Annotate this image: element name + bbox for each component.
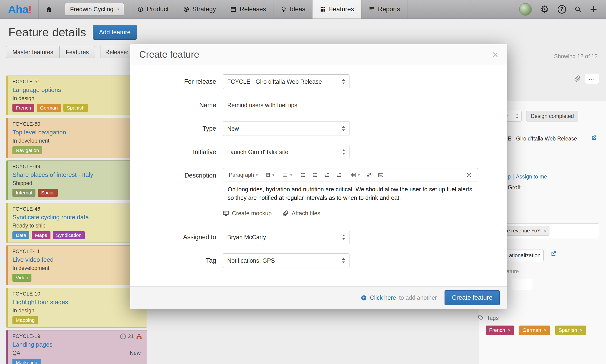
small-input[interactable] — [512, 279, 532, 290]
tag-pill[interactable]: Data — [13, 231, 29, 239]
nav-item-strategy[interactable]: Strategy — [176, 0, 223, 19]
outdent-button[interactable] — [321, 170, 333, 179]
type-select[interactable]: New — [223, 121, 350, 136]
table-icon — [350, 172, 356, 178]
paragraph-style-dropdown[interactable]: Paragraph ▾ — [226, 170, 261, 179]
nav-item-releases[interactable]: Releases — [223, 0, 273, 19]
tag-pill[interactable]: Marketing — [13, 359, 40, 364]
more-actions-button[interactable]: ... — [585, 74, 599, 84]
feature-card[interactable]: FCYCLE-46Syndicate cycling route dataRea… — [6, 203, 147, 243]
tag-pill[interactable]: German — [37, 104, 61, 112]
card-title-link[interactable]: Syndicate cycling route data — [13, 214, 89, 221]
name-input[interactable] — [223, 98, 478, 112]
nav-item-features[interactable]: Features — [312, 0, 362, 19]
close-icon[interactable]: × — [492, 50, 498, 60]
remove-tag-icon[interactable]: × — [580, 327, 583, 333]
tag-pill[interactable]: Video — [13, 274, 31, 282]
remove-goal-icon[interactable]: × — [543, 228, 546, 234]
feature-card[interactable]: FCYCLE-49Share places of interest - Ital… — [6, 160, 147, 200]
link-button[interactable] — [363, 170, 375, 179]
type-value: New — [227, 125, 239, 132]
feature-card[interactable]: FCYCLE-19i21Landing pagesQANewMarketing — [6, 330, 147, 364]
nav-label: Reports — [378, 6, 400, 13]
user-avatar[interactable] — [519, 3, 532, 16]
goal-token[interactable]: e revenue YoY × — [504, 226, 550, 236]
nav-item-reports[interactable]: Reports — [361, 0, 407, 19]
bold-button[interactable]: B ▾ — [263, 170, 277, 179]
add-feature-button[interactable]: Add feature — [93, 25, 137, 40]
tag-pill[interactable]: Spanish — [63, 104, 88, 112]
settings-button[interactable]: ⚙ — [540, 4, 549, 14]
for-release-label: For release — [130, 74, 223, 89]
initiative-value: Launch Giro d'Italia site — [227, 149, 288, 156]
description-label: Description — [130, 168, 223, 217]
design-completed-badge[interactable]: Design completed — [526, 111, 578, 121]
tag-pill[interactable]: Internal — [13, 189, 35, 197]
card-title-link[interactable]: Landing pages — [13, 341, 53, 348]
card-title-link[interactable]: Top level navigation — [13, 129, 66, 136]
table-dropdown[interactable]: ▾ — [347, 170, 363, 179]
card-tags: InternalSocial — [13, 189, 142, 197]
assign-link-partial[interactable]: p — [508, 174, 511, 180]
nav-item-product[interactable]: Product — [130, 0, 175, 19]
home-button[interactable] — [39, 0, 59, 19]
tab-features[interactable]: Features — [60, 46, 95, 58]
feature-card[interactable]: FCYCLE-50Top level navigationIn developm… — [6, 118, 147, 158]
tag-pill[interactable]: Syndication — [53, 231, 85, 239]
side-tag-pill[interactable]: French× — [486, 325, 514, 335]
remove-tag-icon[interactable]: × — [544, 327, 547, 333]
goal-input[interactable]: e revenue YoY × — [497, 223, 599, 238]
assign-to-me-link[interactable]: Assign to me — [516, 174, 547, 180]
side-tag-pill[interactable]: German× — [519, 325, 550, 335]
release-link-partial[interactable]: E - Giro d'Italia Web Release — [508, 136, 577, 142]
feature-card[interactable]: FCYCLE-10Highlight tour stagesIn designM… — [6, 288, 147, 328]
create-feature-button[interactable]: Create feature — [444, 290, 500, 305]
tag-pill[interactable]: Mapping — [13, 316, 38, 324]
add-another-text: to add another — [399, 294, 437, 301]
workspace-selector[interactable]: Fredwin Cycling ▾ — [65, 3, 124, 16]
description-textarea[interactable]: On long rides, hydration and nutrition a… — [223, 182, 478, 206]
tag-pill[interactable]: Maps — [32, 231, 50, 239]
fullscreen-button[interactable] — [463, 170, 475, 179]
card-title-link[interactable]: Language options — [13, 86, 61, 94]
assigned-to-select[interactable]: Bryan McCarty — [223, 230, 350, 244]
card-title-link[interactable]: Highlight tour stages — [13, 299, 68, 306]
attach-files-button[interactable]: Attach files — [283, 210, 320, 217]
initiative-select[interactable]: Launch Giro d'Italia site — [223, 145, 350, 159]
quick-add-button[interactable]: + — [590, 4, 597, 15]
help-button[interactable]: ? — [558, 5, 566, 13]
side-tag-pill[interactable]: Spanish× — [555, 325, 586, 335]
tag-pill[interactable]: French — [13, 104, 34, 112]
ordered-list-button[interactable] — [309, 170, 321, 179]
feature-card[interactable]: FCYCLE-51Language optionsIn designFrench… — [6, 76, 147, 115]
external-link-icon[interactable] — [591, 135, 597, 142]
outdent-icon — [324, 172, 330, 178]
chevron-down-icon: ▾ — [290, 173, 292, 177]
image-button[interactable] — [375, 170, 387, 179]
bullet-list-button[interactable] — [297, 170, 309, 179]
chevron-down-icon: ▾ — [272, 173, 274, 177]
stepper-icon — [515, 113, 519, 119]
tag-select[interactable]: Notifications, GPS — [223, 253, 350, 268]
tags-label-text: Tags — [487, 315, 499, 321]
external-link-icon[interactable] — [550, 250, 557, 258]
for-release-select[interactable]: FCYCLE - Giro d'Italia Web Release — [223, 74, 350, 89]
feature-card[interactable]: FCYCLE-11Live video feedIn developmentVi… — [6, 245, 147, 285]
add-another-link[interactable]: Click here — [370, 294, 396, 301]
nav-item-ideas[interactable]: Ideas — [273, 0, 312, 19]
remove-tag-icon[interactable]: × — [508, 327, 511, 333]
indent-button[interactable] — [333, 170, 345, 179]
tag-pill[interactable]: Social — [38, 189, 58, 197]
search-button[interactable] — [575, 6, 582, 13]
side-tag-label: Spanish — [559, 327, 577, 333]
create-mockup-button[interactable]: Create mockup — [223, 210, 272, 217]
card-title-link[interactable]: Share places of interest - Italy — [13, 171, 93, 179]
search-icon — [575, 6, 582, 13]
aha-logo[interactable]: Aha! — [0, 0, 39, 19]
card-title-link[interactable]: Live video feed — [13, 256, 54, 263]
editor-actions: Create mockup Attach files — [223, 210, 478, 217]
attach-button[interactable] — [574, 75, 581, 83]
tab-master-features[interactable]: Master features — [6, 46, 60, 58]
align-dropdown[interactable]: ▾ — [279, 170, 295, 179]
tag-pill[interactable]: Navigation — [13, 146, 42, 154]
